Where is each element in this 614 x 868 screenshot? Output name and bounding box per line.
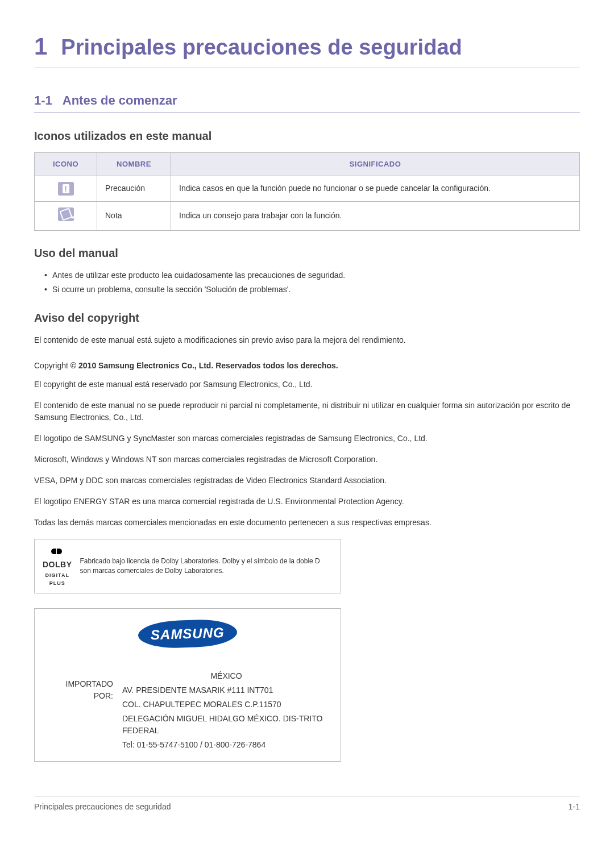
th-meaning: SIGNIFICADO — [171, 153, 580, 176]
section-title: Antes de comenzar — [63, 91, 177, 110]
th-name: NOMBRE — [97, 153, 171, 176]
footer-right: 1-1 — [569, 801, 580, 813]
copyright-para: Microsoft, Windows y Windows NT son marc… — [34, 454, 580, 466]
chapter-number: 1 — [34, 28, 47, 64]
list-item: Si ocurre un problema, consulte la secci… — [44, 284, 580, 296]
caution-icon: ! — [58, 182, 74, 196]
chapter-title: Principales precauciones de seguridad — [61, 31, 462, 64]
note-icon — [58, 207, 74, 221]
copyright-intro: El contenido de este manual está sujeto … — [34, 334, 580, 346]
copyright-para: El copyright de este manual está reserva… — [34, 379, 580, 391]
copyright-bold: © 2010 Samsung Electronics Co., Ltd. Res… — [70, 361, 338, 370]
dolby-box: DOLBY DIGITAL PLUS Fabricado bajo licenc… — [34, 539, 341, 594]
icon-meaning-cell: Indica un consejo para trabajar con la f… — [171, 201, 580, 230]
icon-meaning-cell: Indica casos en que la función puede no … — [171, 176, 580, 201]
copyright-para: El logotipo ENERGY STAR es una marca com… — [34, 496, 580, 508]
address-line: AV. PRESIDENTE MASARIK #111 INT701 — [122, 684, 330, 696]
samsung-logo: SAMSUNG — [45, 620, 330, 647]
subheading-icons: Iconos utilizados en este manual — [34, 127, 580, 144]
icons-table: ICONO NOMBRE SIGNIFICADO ! Precaución In… — [34, 152, 580, 231]
section-number: 1-1 — [34, 91, 52, 110]
copyright-para: El logotipo de SAMSUNG y SyncMaster son … — [34, 433, 580, 445]
dolby-name: DOLBY — [43, 559, 72, 571]
dolby-dd-icon — [51, 545, 62, 558]
address-line: MÉXICO — [122, 670, 330, 682]
footer-left: Principales precauciones de seguridad — [34, 801, 171, 813]
copyright-prefix: Copyright — [34, 361, 70, 370]
copyright-para: VESA, DPM y DDC son marcas comerciales r… — [34, 475, 580, 487]
subheading-copyright: Aviso del copyright — [34, 309, 580, 326]
importer-address: MÉXICO AV. PRESIDENTE MASARIK #111 INT70… — [122, 668, 330, 753]
table-row: ! Precaución Indica casos en que la func… — [35, 176, 580, 201]
importer-label: IMPORTADO POR: — [45, 668, 113, 753]
manual-use-list: Antes de utilizar este producto lea cuid… — [34, 269, 580, 296]
table-row: Nota Indica un consejo para trabajar con… — [35, 201, 580, 230]
subheading-manual-use: Uso del manual — [34, 244, 580, 261]
copyright-para: El contenido de este manual no se puede … — [34, 400, 580, 423]
icon-name-cell: Nota — [97, 201, 171, 230]
th-icon: ICONO — [35, 153, 97, 176]
dolby-subline: DIGITAL PLUS — [43, 572, 72, 587]
copyright-para: Todas las demás marcas comerciales menci… — [34, 517, 580, 529]
samsung-wordmark: SAMSUNG — [138, 618, 237, 649]
address-line: DELEGACIÓN MIGUEL HIDALGO MÉXICO. DIS-TR… — [122, 713, 330, 737]
dolby-text: Fabricado bajo licencia de Dolby Laborat… — [80, 556, 333, 576]
icon-name-cell: Precaución — [97, 176, 171, 201]
address-line: Tel: 01-55-5747-5100 / 01-800-726-7864 — [122, 739, 330, 751]
copyright-line: Copyright © 2010 Samsung Electronics Co.… — [34, 360, 580, 372]
address-line: COL. CHAPULTEPEC MORALES C.P.11570 — [122, 699, 330, 711]
list-item: Antes de utilizar este producto lea cuid… — [44, 269, 580, 281]
importer-box: SAMSUNG IMPORTADO POR: MÉXICO AV. PRESID… — [34, 608, 341, 762]
dolby-logo: DOLBY DIGITAL PLUS — [43, 545, 72, 588]
